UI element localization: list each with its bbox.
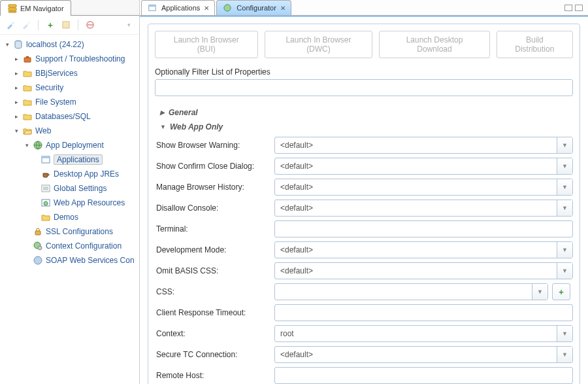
close-icon[interactable]: ✕ bbox=[204, 5, 209, 12]
brush2-icon[interactable] bbox=[21, 20, 31, 30]
build-distribution-button[interactable]: Build Distribution bbox=[497, 31, 573, 58]
tree-label: Desktop App JREs bbox=[54, 169, 119, 179]
filter-input[interactable] bbox=[155, 79, 573, 96]
combo-show-browser-warning[interactable]: <default>▼ bbox=[274, 137, 573, 154]
chevron-down-icon[interactable]: ▼ bbox=[557, 263, 572, 279]
label-terminal: Terminal: bbox=[156, 224, 270, 234]
expand-icon[interactable]: ▸ bbox=[13, 84, 20, 91]
input-client-timeout[interactable] bbox=[274, 304, 573, 321]
stop-icon[interactable] bbox=[85, 20, 95, 30]
expand-icon[interactable]: ▸ bbox=[13, 70, 20, 77]
menu-chevron-icon[interactable]: ▾ bbox=[123, 20, 134, 30]
folder-icon bbox=[22, 97, 33, 107]
combo-css[interactable]: ▼ bbox=[274, 283, 548, 300]
svg-rect-11 bbox=[42, 156, 50, 158]
close-icon[interactable]: ✕ bbox=[280, 5, 286, 12]
tree-item-global-settings[interactable]: Global Settings bbox=[41, 181, 139, 196]
tree-label: Databases/SQL bbox=[35, 112, 91, 121]
combo-disallow-console[interactable]: <default>▼ bbox=[274, 200, 573, 217]
section-web-app-only[interactable]: ▼ Web App Only bbox=[160, 122, 573, 131]
expand-icon[interactable]: ▸ bbox=[13, 99, 20, 105]
collapse-icon[interactable]: ▾ bbox=[4, 41, 10, 48]
tree-item-databases[interactable]: ▸ Databases/SQL bbox=[13, 109, 139, 124]
tree-item-filesystem[interactable]: ▸ File System bbox=[13, 95, 139, 109]
label-disallow-console: Disallow Console: bbox=[156, 203, 270, 213]
tree-label: Web App Resources bbox=[54, 198, 125, 207]
collapse-icon[interactable]: ▾ bbox=[24, 142, 30, 148]
chevron-down-icon[interactable]: ▼ bbox=[557, 179, 572, 195]
collapse-icon[interactable]: ▾ bbox=[13, 128, 20, 134]
tree-item-soap[interactable]: SOAP Web Services Con bbox=[24, 253, 139, 268]
input-terminal[interactable] bbox=[274, 220, 573, 237]
maximize-icon[interactable] bbox=[575, 5, 583, 11]
svg-rect-1 bbox=[8, 8, 16, 10]
tree-item-app-deployment[interactable]: ▾ App Deployment bbox=[24, 138, 139, 152]
combo-omit-css[interactable]: <default>▼ bbox=[274, 262, 573, 279]
label-remote-host: Remote Host: bbox=[156, 371, 270, 380]
lock-icon bbox=[33, 226, 43, 237]
label-client-timeout: Client Response Timeout: bbox=[156, 308, 270, 317]
chevron-down-icon[interactable]: ▼ bbox=[557, 347, 572, 362]
folder-icon bbox=[41, 212, 51, 222]
svg-point-24 bbox=[224, 5, 231, 11]
combo-value: <default> bbox=[275, 141, 557, 150]
combo-show-confirm-close[interactable]: <default>▼ bbox=[274, 158, 573, 175]
tree-item-context-config[interactable]: Context Configuration bbox=[24, 239, 139, 253]
expand-icon[interactable]: ▸ bbox=[13, 113, 20, 120]
tree-label: SSL Configurations bbox=[46, 227, 113, 236]
tree-item-security[interactable]: ▸ Security bbox=[13, 80, 139, 95]
collapse-icon[interactable]: ▼ bbox=[160, 124, 166, 130]
sidebar: EM Navigator ＋ ▾ ▾ localhost (24.22) ▸ bbox=[0, 0, 140, 384]
toolbar-separator bbox=[78, 20, 78, 30]
chevron-down-icon[interactable]: ▼ bbox=[557, 200, 572, 216]
launch-download-button[interactable]: Launch Desktop Download bbox=[379, 31, 489, 58]
chevron-down-icon[interactable]: ▼ bbox=[557, 326, 572, 341]
add-css-button[interactable]: ＋ bbox=[552, 283, 570, 300]
svg-rect-2 bbox=[8, 11, 16, 12]
chevron-down-icon[interactable]: ▼ bbox=[532, 284, 547, 300]
combo-value: root bbox=[275, 329, 557, 338]
tree-root-localhost[interactable]: ▾ localhost (24.22) bbox=[4, 37, 139, 52]
tree-item-desktop-jres[interactable]: Desktop App JREs bbox=[41, 167, 139, 181]
tree-label: Global Settings bbox=[54, 184, 106, 193]
tab-configurator[interactable]: Configurator ✕ bbox=[216, 0, 291, 15]
tree-item-support[interactable]: ▸ Support / Troubleshooting bbox=[13, 52, 139, 66]
tree-item-web-resources[interactable]: Web App Resources bbox=[41, 196, 139, 210]
combo-dev-mode[interactable]: <default>▼ bbox=[274, 241, 573, 258]
tree-label: Web bbox=[35, 126, 51, 135]
expand-icon[interactable]: ▶ bbox=[160, 109, 165, 116]
launch-bui-button[interactable]: Launch In Browser (BUI) bbox=[155, 31, 258, 58]
brush-icon[interactable] bbox=[5, 20, 16, 30]
section-general[interactable]: ▶ General bbox=[160, 108, 573, 117]
folder-icon bbox=[22, 68, 33, 79]
edit-icon[interactable] bbox=[61, 20, 71, 30]
minimize-icon[interactable] bbox=[564, 5, 572, 11]
label-dev-mode: Development Mode: bbox=[156, 245, 270, 254]
tree-item-demos[interactable]: Demos bbox=[41, 210, 139, 224]
tree-item-applications[interactable]: Applications bbox=[41, 152, 139, 167]
label-omit-css: Omit BASIS CSS: bbox=[156, 266, 270, 275]
tab-label: Configurator bbox=[237, 4, 276, 12]
input-remote-host[interactable] bbox=[274, 367, 573, 384]
chevron-down-icon[interactable]: ▼ bbox=[557, 242, 572, 258]
label-show-browser-warning: Show Browser Warning: bbox=[156, 141, 270, 150]
combo-context[interactable]: root▼ bbox=[274, 325, 573, 342]
svg-point-20 bbox=[38, 246, 42, 250]
launch-dwc-button[interactable]: Launch In Browser (DWC) bbox=[265, 31, 373, 58]
combo-manage-history[interactable]: <default>▼ bbox=[274, 179, 573, 196]
main-tabbar: Applications ✕ Configurator ✕ bbox=[140, 0, 588, 16]
tree-item-ssl[interactable]: SSL Configurations bbox=[24, 224, 139, 239]
chevron-down-icon[interactable]: ▼ bbox=[557, 137, 572, 153]
tree-item-bbjservices[interactable]: ▸ BBjServices bbox=[13, 66, 139, 80]
tree-item-web[interactable]: ▾ Web bbox=[13, 124, 139, 138]
chevron-down-icon[interactable]: ▼ bbox=[557, 158, 572, 174]
tab-applications[interactable]: Applications ✕ bbox=[141, 0, 215, 15]
launch-button-row: Launch In Browser (BUI) Launch In Browse… bbox=[155, 31, 573, 58]
combo-secure-tc[interactable]: <default>▼ bbox=[274, 346, 573, 363]
expand-icon[interactable]: ▸ bbox=[13, 56, 20, 62]
svg-rect-8 bbox=[26, 56, 29, 58]
add-icon[interactable]: ＋ bbox=[45, 20, 56, 30]
label-show-confirm-close: Show Confirm Close Dialog: bbox=[156, 162, 270, 171]
combo-value: <default> bbox=[275, 183, 557, 192]
sidebar-tab-em-navigator[interactable]: EM Navigator bbox=[0, 0, 71, 16]
